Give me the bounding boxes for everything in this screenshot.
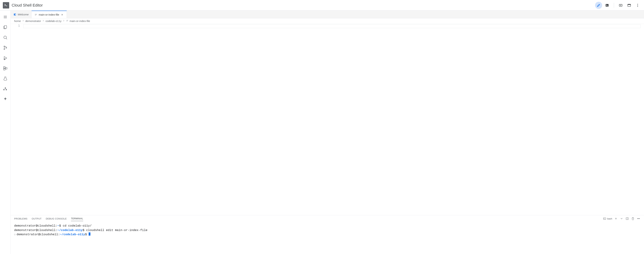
svg-point-7 [637,5,638,6]
bottom-panel: PROBLEMS OUTPUT DEBUG CONSOLE TERMINAL b… [10,215,644,254]
svg-point-6 [637,4,638,5]
terminal-output[interactable]: demonstrator@cloudshell:~$ cd codelab-o1… [10,222,644,254]
svg-point-8 [637,6,638,7]
open-terminal-button[interactable] [604,2,611,9]
svg-point-24 [639,218,640,219]
new-terminal-button[interactable] [614,217,618,220]
chevron-right-icon [42,20,44,23]
terminal-prompt-path: ~/codelab-o11y [58,228,83,232]
terminal-shell-indicator[interactable]: bash [603,217,612,220]
split-terminal-button[interactable] [625,217,629,220]
panel-tab-problems[interactable]: PROBLEMS [14,216,27,221]
panel-tab-terminal[interactable]: TERMINAL [71,216,83,221]
top-bar: Cloud Shell Editor [0,0,644,11]
breadcrumb-item[interactable]: home [14,20,21,23]
panel-more-button[interactable] [636,217,640,220]
cloud-code-button[interactable] [1,85,10,93]
svg-rect-0 [6,6,7,6]
line-number: 1 [10,24,23,215]
breadcrumb-item[interactable]: main-or-index-file [70,20,90,23]
search-button[interactable] [1,33,10,42]
explorer-button[interactable] [1,23,10,32]
shell-name: bash [607,217,612,220]
tab-welcome[interactable]: Welcome [10,11,32,18]
svg-point-22 [637,218,638,219]
tab-label: Welcome [18,13,28,16]
chevron-right-icon [22,20,24,23]
editor-main: Welcome main-or-index-file home demonstr… [10,11,644,254]
editor-content[interactable] [23,24,640,28]
breadcrumb-item[interactable]: demonstrator [26,20,41,23]
kill-terminal-button[interactable] [631,217,635,220]
svg-rect-18 [14,14,15,15]
file-icon [34,13,37,16]
code-editor[interactable]: 1 [10,24,644,215]
unsaved-indicator-icon [14,234,16,235]
app-title: Cloud Shell Editor [12,3,43,8]
close-tab-button[interactable] [60,13,64,16]
breadcrumb: home demonstrator codelab-o11y main-or-i… [10,18,644,24]
preview-button[interactable] [617,2,624,9]
svg-rect-16 [4,68,5,70]
top-bar-right [595,2,641,9]
tab-main-file[interactable]: main-or-index-file [32,11,67,18]
editor-tab-bar: Welcome main-or-index-file [10,11,644,18]
terminal-prompt-path: ~ [58,224,59,227]
top-bar-left: Cloud Shell Editor [3,2,43,9]
terminal-prompt-user: demonstrator@cloudshell: [14,228,58,232]
svg-rect-1 [606,4,609,7]
panel-tab-output[interactable]: OUTPUT [32,216,42,221]
open-editor-button[interactable] [595,2,602,9]
file-icon [66,20,68,23]
menu-button[interactable] [1,13,10,21]
svg-rect-17 [6,68,7,69]
svg-rect-15 [4,67,5,68]
source-control-button[interactable] [1,44,10,52]
run-debug-button[interactable] [1,54,10,62]
terminal-prompt-user: demonstrator@cloudshell: [14,224,58,227]
open-in-new-window-button[interactable] [626,2,633,9]
svg-point-3 [620,5,621,6]
svg-rect-20 [604,218,606,220]
panel-tab-debug-console[interactable]: DEBUG CONSOLE [46,216,67,221]
testing-button[interactable] [1,74,10,83]
svg-point-12 [4,49,4,50]
panel-tab-bar: PROBLEMS OUTPUT DEBUG CONSOLE TERMINAL b… [10,215,644,222]
svg-point-13 [6,47,6,48]
welcome-icon [14,13,16,16]
breadcrumb-item[interactable]: codelab-o11y [46,20,62,23]
svg-rect-9 [4,26,6,28]
svg-point-23 [638,218,639,219]
activity-bar [0,11,10,254]
terminal-dropdown-button[interactable] [620,217,624,220]
svg-rect-19 [15,14,16,15]
svg-rect-5 [628,4,631,5]
terminal-prompt-user: demonstrator@cloudshell: [16,233,60,236]
more-options-button[interactable] [634,2,641,9]
chevron-right-icon [62,20,65,23]
extensions-button[interactable] [1,64,10,73]
terminal-command: cloudshell edit main-or-index-file [86,228,148,232]
svg-point-11 [4,46,4,47]
cloud-shell-logo-icon [3,2,9,9]
terminal-prompt-path: ~/codelab-o11y [60,233,85,236]
terminal-cursor [89,232,90,236]
separator [614,3,614,8]
terminal-command: cd codelab-o11y/ [63,224,92,227]
svg-point-10 [4,36,6,39]
tab-label: main-or-index-file [39,13,59,16]
ai-assistant-button[interactable] [1,95,10,103]
